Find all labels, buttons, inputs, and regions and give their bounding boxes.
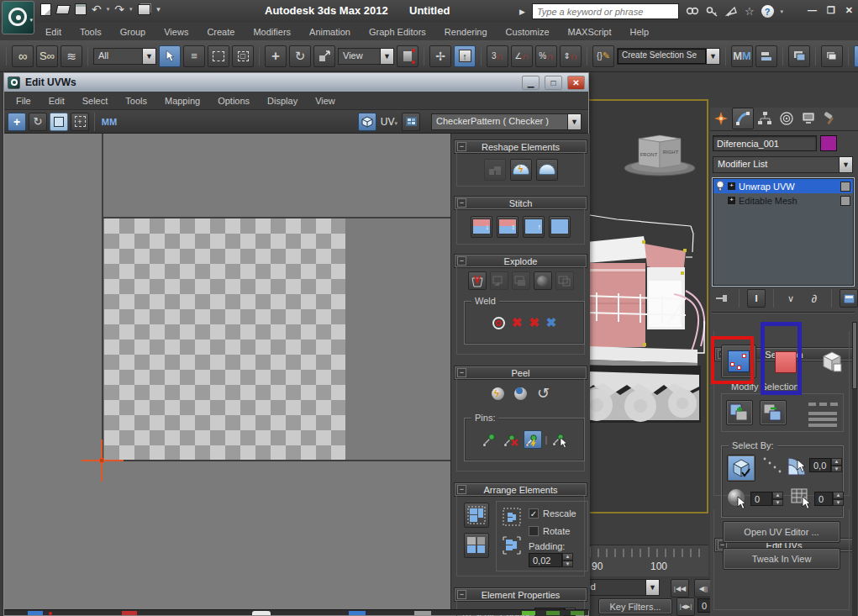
- mirror-icon[interactable]: MM: [731, 45, 753, 67]
- expand-icon[interactable]: +: [728, 197, 735, 204]
- tab-utilities-icon[interactable]: [819, 108, 841, 129]
- element-properties-rollout-header[interactable]: −Element Properties: [455, 588, 587, 601]
- undo-icon[interactable]: ↶: [92, 3, 102, 16]
- peel-mode-icon[interactable]: [514, 387, 527, 400]
- uvw-close-icon[interactable]: ✕: [567, 76, 585, 90]
- stack-onoff-toggle[interactable]: [840, 182, 850, 192]
- weld-all-icon[interactable]: ✖: [529, 315, 540, 330]
- quick-peel-icon[interactable]: ϟ: [492, 387, 504, 400]
- padding-field[interactable]: 0,02: [529, 553, 562, 567]
- qat-customize-icon[interactable]: ▼: [155, 6, 162, 13]
- uv-canvas[interactable]: [4, 134, 450, 611]
- graphite-ribbon-toggle-icon[interactable]: [821, 45, 843, 67]
- snap-toggle-3d-icon[interactable]: 3∩: [487, 45, 508, 67]
- key-mode-toggle-icon[interactable]: |◀▶|: [676, 598, 695, 616]
- clipped-icon[interactable]: [122, 611, 137, 615]
- relax-until-flat-icon[interactable]: [484, 159, 506, 181]
- show-map-icon[interactable]: [358, 113, 376, 131]
- rotate-checkbox[interactable]: [529, 526, 539, 536]
- unpin-icon[interactable]: [502, 430, 520, 449]
- restore-icon[interactable]: ❐: [827, 5, 835, 16]
- menu-views[interactable]: Views: [161, 25, 192, 39]
- select-by-name-icon[interactable]: ≡: [183, 45, 205, 67]
- subscription-key-icon[interactable]: [706, 6, 719, 18]
- explode-custom-icon[interactable]: [555, 271, 574, 290]
- texture-list-icon[interactable]: [402, 113, 420, 131]
- scene-explorer-icon[interactable]: [854, 45, 858, 67]
- edge-loop-dashes-icon[interactable]: [808, 402, 839, 407]
- smoothing-group-field[interactable]: 0: [750, 492, 772, 506]
- redo-dropdown-icon[interactable]: ▾: [129, 6, 133, 13]
- clipped-icon[interactable]: [546, 611, 560, 615]
- shrink-selection-button[interactable]: [760, 400, 787, 425]
- vertex-selection-button[interactable]: [721, 345, 756, 378]
- select-by-angle-icon[interactable]: [786, 453, 808, 478]
- timeline-track-bar[interactable]: 90 100: [587, 545, 708, 577]
- minimize-icon[interactable]: —: [808, 5, 817, 16]
- uvw-menu-options[interactable]: Options: [214, 94, 253, 108]
- tab-modify-icon[interactable]: [732, 108, 754, 129]
- uvw-menu-file[interactable]: File: [13, 94, 34, 108]
- angle-snap-icon[interactable]: ∠∩: [511, 45, 533, 67]
- select-by-smoothing-group-icon[interactable]: [727, 488, 749, 512]
- tab-create-icon[interactable]: [710, 108, 732, 129]
- rescale-elements-icon[interactable]: [500, 505, 524, 529]
- point-to-point-icon[interactable]: [762, 456, 784, 475]
- spinner-snap-icon[interactable]: ⇕∩: [560, 45, 582, 67]
- stitch-rollout-header[interactable]: −Stitch: [455, 197, 587, 209]
- clipped-icon[interactable]: [252, 611, 271, 615]
- menu-modifiers[interactable]: Modifiers: [250, 25, 294, 39]
- go-to-start-icon[interactable]: |◀◀: [671, 579, 689, 598]
- lightbulb-icon[interactable]: [716, 181, 724, 192]
- configure-modifier-sets-icon[interactable]: [840, 289, 858, 308]
- show-end-result-icon[interactable]: I: [747, 289, 766, 308]
- uvw-freeform-icon[interactable]: +: [71, 113, 89, 131]
- face-selection-button[interactable]: [770, 348, 802, 376]
- explode-rollout-header[interactable]: −Explode: [455, 255, 587, 267]
- uvw-maximize-icon[interactable]: □: [545, 76, 562, 90]
- stitch-to-target-icon[interactable]: ↓: [471, 216, 492, 238]
- layer-manager-icon[interactable]: [788, 45, 810, 67]
- object-name-field[interactable]: Diferencia_001: [713, 135, 817, 151]
- edit-named-selection-sets-icon[interactable]: {}✎: [592, 45, 614, 67]
- help-dropdown-icon[interactable]: ▾: [781, 8, 784, 15]
- key-filters-button[interactable]: Key Filters...: [598, 598, 672, 614]
- menu-edit[interactable]: Edit: [42, 25, 65, 39]
- rectangular-selection-region-icon[interactable]: [208, 45, 229, 67]
- clipped-icon[interactable]: [571, 611, 584, 615]
- menu-create[interactable]: Create: [203, 25, 238, 39]
- clipped-icon[interactable]: [414, 611, 431, 615]
- select-object-icon[interactable]: [159, 45, 181, 67]
- rescale-checkbox[interactable]: ✓: [529, 508, 539, 519]
- flatten-by-smoothing-icon[interactable]: [512, 271, 530, 290]
- menu-tools[interactable]: Tools: [76, 25, 105, 39]
- open-file-icon[interactable]: [55, 5, 71, 14]
- menu-customize[interactable]: Customize: [503, 25, 553, 39]
- open-uv-editor-button[interactable]: Open UV Editor ...: [723, 521, 840, 543]
- arrange-elements-rollout-header[interactable]: −Arrange Elements: [455, 483, 587, 496]
- material-id-field[interactable]: 0: [814, 492, 833, 506]
- place-pin-icon[interactable]: [550, 430, 569, 449]
- window-crossing-icon[interactable]: ▢: [232, 45, 254, 67]
- pin-stack-icon[interactable]: [713, 289, 731, 308]
- tweak-in-view-button[interactable]: Tweak In View: [723, 548, 840, 570]
- help-icon[interactable]: ?: [761, 5, 774, 18]
- project-folder-icon[interactable]: [138, 4, 150, 15]
- percent-snap-icon[interactable]: %∩: [535, 45, 557, 67]
- stitch-to-source-icon[interactable]: ↕: [497, 216, 518, 238]
- break-weld-icon[interactable]: ✖: [546, 315, 557, 330]
- application-menu-button[interactable]: ▾: [2, 1, 34, 34]
- panel-scrollbar-thumb[interactable]: [852, 322, 857, 389]
- material-id-spinner[interactable]: ▲▼: [833, 492, 844, 506]
- uvw-scale-icon[interactable]: [50, 113, 68, 131]
- stack-row-unwrap-uvw[interactable]: + Unwrap UVW: [713, 179, 853, 193]
- keyboard-shortcut-override-icon[interactable]: ↑: [454, 45, 476, 67]
- panel-scrollbar[interactable]: [852, 322, 857, 616]
- angle-threshold-field[interactable]: 0,0: [809, 458, 831, 472]
- clipped-icon[interactable]: [522, 611, 535, 615]
- uvw-menu-display[interactable]: Display: [264, 94, 301, 108]
- make-unique-icon[interactable]: ∨: [782, 289, 800, 308]
- use-pivot-center-icon[interactable]: [397, 45, 418, 67]
- uv-space-dropdown[interactable]: UV▾: [381, 116, 397, 128]
- origin-handle[interactable]: [99, 458, 104, 463]
